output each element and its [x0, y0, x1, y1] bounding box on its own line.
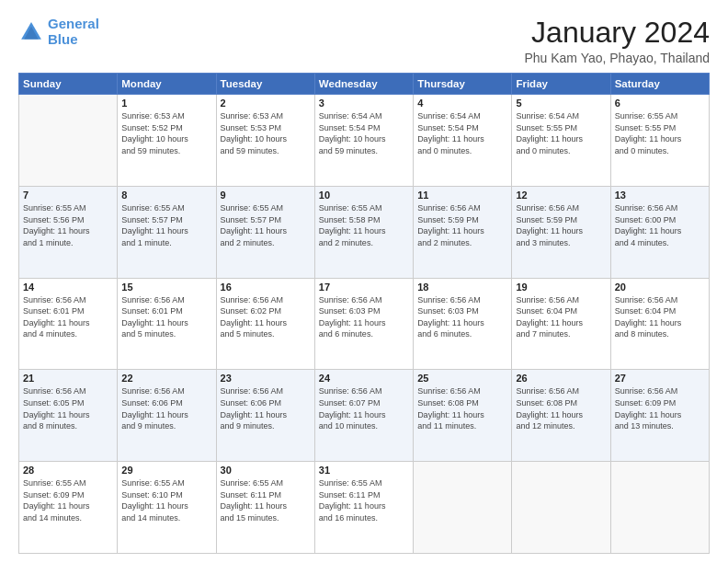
- day-info: Sunrise: 6:56 AM Sunset: 6:00 PM Dayligh…: [615, 202, 705, 248]
- day-number: 29: [121, 465, 211, 476]
- day-info: Sunrise: 6:56 AM Sunset: 6:06 PM Dayligh…: [221, 385, 311, 431]
- col-sunday: Sunday: [19, 74, 118, 95]
- day-number: 11: [417, 190, 507, 201]
- day-number: 8: [121, 190, 211, 201]
- table-row: 4Sunrise: 6:54 AM Sunset: 5:54 PM Daylig…: [414, 95, 512, 187]
- day-info: Sunrise: 6:56 AM Sunset: 5:59 PM Dayligh…: [516, 202, 606, 248]
- day-info: Sunrise: 6:56 AM Sunset: 6:08 PM Dayligh…: [516, 385, 606, 431]
- table-row: 13Sunrise: 6:56 AM Sunset: 6:00 PM Dayli…: [610, 186, 709, 278]
- month-title: January 2024: [524, 17, 710, 49]
- table-row: 23Sunrise: 6:56 AM Sunset: 6:06 PM Dayli…: [216, 370, 314, 462]
- col-saturday: Saturday: [610, 74, 709, 95]
- day-number: 22: [121, 373, 211, 384]
- day-info: Sunrise: 6:56 AM Sunset: 6:09 PM Dayligh…: [615, 385, 705, 431]
- day-number: 23: [221, 373, 311, 384]
- day-number: 21: [23, 373, 113, 384]
- day-number: 24: [319, 373, 409, 384]
- logo-general: General: [48, 16, 99, 31]
- table-row: 26Sunrise: 6:56 AM Sunset: 6:08 PM Dayli…: [512, 370, 610, 462]
- day-number: 13: [615, 190, 705, 201]
- table-row: 22Sunrise: 6:56 AM Sunset: 6:06 PM Dayli…: [118, 370, 216, 462]
- table-row: 11Sunrise: 6:56 AM Sunset: 5:59 PM Dayli…: [414, 186, 512, 278]
- day-number: 5: [516, 98, 606, 109]
- day-info: Sunrise: 6:55 AM Sunset: 6:11 PM Dayligh…: [319, 477, 409, 523]
- day-info: Sunrise: 6:55 AM Sunset: 6:09 PM Dayligh…: [23, 477, 113, 523]
- day-info: Sunrise: 6:55 AM Sunset: 6:10 PM Dayligh…: [121, 477, 211, 523]
- day-info: Sunrise: 6:53 AM Sunset: 5:53 PM Dayligh…: [221, 110, 311, 156]
- day-number: 30: [221, 465, 311, 476]
- day-info: Sunrise: 6:56 AM Sunset: 6:08 PM Dayligh…: [417, 385, 507, 431]
- table-row: [610, 462, 709, 554]
- table-row: 7Sunrise: 6:55 AM Sunset: 5:56 PM Daylig…: [19, 186, 118, 278]
- col-wednesday: Wednesday: [314, 74, 413, 95]
- table-row: 5Sunrise: 6:54 AM Sunset: 5:55 PM Daylig…: [512, 95, 610, 187]
- table-row: 10Sunrise: 6:55 AM Sunset: 5:58 PM Dayli…: [314, 186, 413, 278]
- logo: General Blue: [18, 17, 99, 47]
- day-number: 20: [615, 282, 705, 293]
- day-number: 9: [221, 190, 311, 201]
- table-row: 6Sunrise: 6:55 AM Sunset: 5:55 PM Daylig…: [610, 95, 709, 187]
- table-row: 21Sunrise: 6:56 AM Sunset: 6:05 PM Dayli…: [19, 370, 118, 462]
- title-block: January 2024 Phu Kam Yao, Phayao, Thaila…: [524, 17, 710, 65]
- day-number: 27: [615, 373, 705, 384]
- table-row: 16Sunrise: 6:56 AM Sunset: 6:02 PM Dayli…: [216, 278, 314, 370]
- logo-blue: Blue: [48, 31, 78, 47]
- day-info: Sunrise: 6:55 AM Sunset: 5:57 PM Dayligh…: [121, 202, 211, 248]
- table-row: 19Sunrise: 6:56 AM Sunset: 6:04 PM Dayli…: [512, 278, 610, 370]
- day-number: 12: [516, 190, 606, 201]
- table-row: 31Sunrise: 6:55 AM Sunset: 6:11 PM Dayli…: [314, 462, 413, 554]
- day-number: 28: [23, 465, 113, 476]
- day-number: 6: [615, 98, 705, 109]
- col-thursday: Thursday: [414, 74, 512, 95]
- day-number: 4: [417, 98, 507, 109]
- table-row: 20Sunrise: 6:56 AM Sunset: 6:04 PM Dayli…: [610, 278, 709, 370]
- day-info: Sunrise: 6:56 AM Sunset: 6:03 PM Dayligh…: [417, 294, 507, 340]
- day-info: Sunrise: 6:56 AM Sunset: 6:06 PM Dayligh…: [121, 385, 211, 431]
- table-row: [414, 462, 512, 554]
- day-info: Sunrise: 6:56 AM Sunset: 6:04 PM Dayligh…: [615, 294, 705, 340]
- table-row: 9Sunrise: 6:55 AM Sunset: 5:57 PM Daylig…: [216, 186, 314, 278]
- table-row: 30Sunrise: 6:55 AM Sunset: 6:11 PM Dayli…: [216, 462, 314, 554]
- day-info: Sunrise: 6:53 AM Sunset: 5:52 PM Dayligh…: [121, 110, 211, 156]
- day-info: Sunrise: 6:55 AM Sunset: 5:55 PM Dayligh…: [615, 110, 705, 156]
- table-row: 28Sunrise: 6:55 AM Sunset: 6:09 PM Dayli…: [19, 462, 118, 554]
- day-number: 1: [121, 98, 211, 109]
- day-number: 31: [319, 465, 409, 476]
- day-info: Sunrise: 6:55 AM Sunset: 6:11 PM Dayligh…: [221, 477, 311, 523]
- day-number: 17: [319, 282, 409, 293]
- day-info: Sunrise: 6:55 AM Sunset: 5:57 PM Dayligh…: [221, 202, 311, 248]
- table-row: 8Sunrise: 6:55 AM Sunset: 5:57 PM Daylig…: [118, 186, 216, 278]
- col-monday: Monday: [118, 74, 216, 95]
- day-info: Sunrise: 6:56 AM Sunset: 6:01 PM Dayligh…: [23, 294, 113, 340]
- day-info: Sunrise: 6:56 AM Sunset: 6:01 PM Dayligh…: [121, 294, 211, 340]
- day-number: 3: [319, 98, 409, 109]
- table-row: 24Sunrise: 6:56 AM Sunset: 6:07 PM Dayli…: [314, 370, 413, 462]
- day-number: 10: [319, 190, 409, 201]
- day-info: Sunrise: 6:56 AM Sunset: 6:03 PM Dayligh…: [319, 294, 409, 340]
- day-number: 2: [221, 98, 311, 109]
- day-number: 15: [121, 282, 211, 293]
- table-row: 1Sunrise: 6:53 AM Sunset: 5:52 PM Daylig…: [118, 95, 216, 187]
- day-info: Sunrise: 6:54 AM Sunset: 5:54 PM Dayligh…: [417, 110, 507, 156]
- day-info: Sunrise: 6:56 AM Sunset: 6:07 PM Dayligh…: [319, 385, 409, 431]
- day-info: Sunrise: 6:56 AM Sunset: 6:04 PM Dayligh…: [516, 294, 606, 340]
- table-row: 18Sunrise: 6:56 AM Sunset: 6:03 PM Dayli…: [414, 278, 512, 370]
- col-tuesday: Tuesday: [216, 74, 314, 95]
- calendar-table: Sunday Monday Tuesday Wednesday Thursday…: [18, 73, 710, 554]
- day-info: Sunrise: 6:54 AM Sunset: 5:54 PM Dayligh…: [319, 110, 409, 156]
- table-row: 17Sunrise: 6:56 AM Sunset: 6:03 PM Dayli…: [314, 278, 413, 370]
- location: Phu Kam Yao, Phayao, Thailand: [524, 51, 710, 65]
- day-number: 18: [417, 282, 507, 293]
- table-row: 25Sunrise: 6:56 AM Sunset: 6:08 PM Dayli…: [414, 370, 512, 462]
- table-row: [512, 462, 610, 554]
- day-number: 19: [516, 282, 606, 293]
- day-number: 7: [23, 190, 113, 201]
- logo-text: General Blue: [48, 17, 99, 47]
- day-number: 14: [23, 282, 113, 293]
- day-number: 25: [417, 373, 507, 384]
- day-info: Sunrise: 6:54 AM Sunset: 5:55 PM Dayligh…: [516, 110, 606, 156]
- logo-icon: [18, 19, 44, 45]
- table-row: 27Sunrise: 6:56 AM Sunset: 6:09 PM Dayli…: [610, 370, 709, 462]
- table-row: 14Sunrise: 6:56 AM Sunset: 6:01 PM Dayli…: [19, 278, 118, 370]
- day-info: Sunrise: 6:56 AM Sunset: 5:59 PM Dayligh…: [417, 202, 507, 248]
